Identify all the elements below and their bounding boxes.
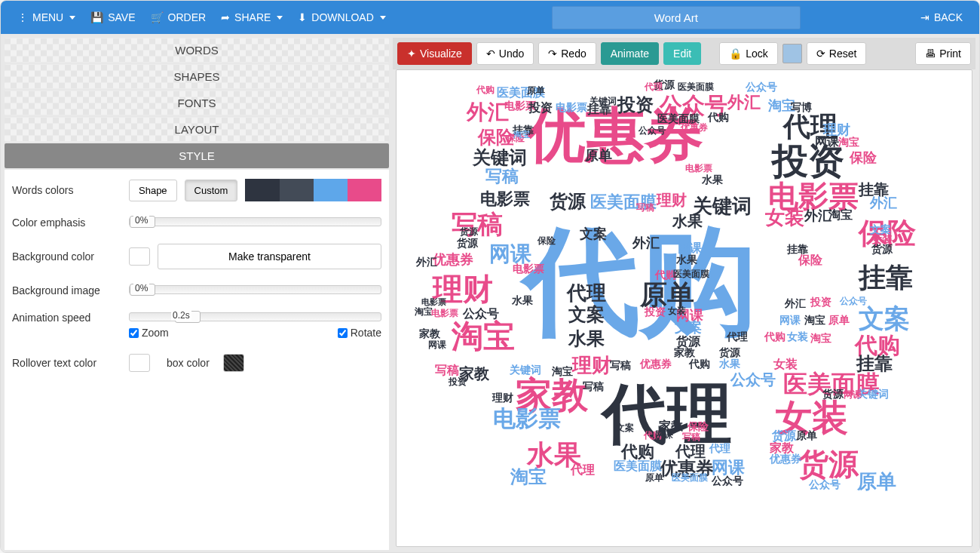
cloud-word[interactable]: 原单 (857, 472, 896, 491)
cloud-word[interactable]: 理财 (572, 355, 611, 375)
accordion-fonts[interactable]: FONTS (5, 91, 389, 115)
cloud-word[interactable]: 网课 (655, 430, 673, 439)
cloud-word[interactable]: 写稿 (610, 360, 631, 370)
cloud-word[interactable]: 投资 (772, 143, 844, 180)
bg-color-swatch[interactable] (129, 247, 150, 266)
cloud-word[interactable]: 关键词 (510, 364, 541, 375)
cloud-word[interactable]: 网课 (815, 136, 839, 148)
cloud-word[interactable]: 文案 (859, 306, 910, 331)
cloud-word[interactable]: 文案 (675, 321, 702, 334)
cloud-word[interactable]: 公众号 (746, 81, 777, 92)
cloud-word[interactable]: 外汇 (727, 94, 761, 111)
cloud-word[interactable]: 网课 (678, 242, 702, 254)
accordion-style[interactable]: STYLE (5, 143, 389, 168)
cloud-word[interactable]: 关键词 (857, 389, 889, 399)
save-button[interactable]: 💾SAVE (83, 7, 142, 28)
zoom-checkbox[interactable]: Zoom (129, 327, 169, 339)
cloud-word[interactable]: 代购 (708, 112, 729, 122)
cloud-word[interactable]: 文案 (568, 306, 605, 324)
title-input[interactable] (552, 6, 801, 29)
cloud-word[interactable]: 医美面膜 (673, 269, 709, 278)
download-button[interactable]: ⬇DOWNLOAD (290, 7, 393, 28)
cloud-word[interactable]: 水果 (719, 358, 740, 369)
cloud-word[interactable]: 挂靠 (587, 103, 611, 115)
cloud-word[interactable]: 外汇 (467, 102, 509, 123)
cloud-word[interactable]: 电影票 (421, 298, 446, 306)
cloud-word[interactable]: 货源 (550, 192, 586, 210)
accordion-shapes[interactable]: SHAPES (5, 64, 389, 89)
cloud-word[interactable]: 水果 (676, 254, 697, 265)
cloud-word[interactable]: 公众号 (639, 126, 666, 135)
cloud-word[interactable]: 淘宝 (838, 137, 859, 147)
make-transparent-button[interactable]: Make transparent (158, 244, 381, 269)
cloud-word[interactable]: 医美面膜 (672, 473, 708, 482)
cloud-word[interactable]: 淘宝 (552, 366, 573, 376)
accordion-words[interactable]: WORDS (5, 38, 389, 63)
box-color-swatch[interactable] (223, 354, 244, 372)
cloud-word[interactable]: 原单 (645, 473, 663, 482)
cloud-word[interactable]: 淘宝 (415, 307, 433, 316)
color-palette[interactable] (245, 179, 381, 201)
cloud-word[interactable]: 优惠券 (681, 123, 708, 132)
cloud-word[interactable]: 外汇 (416, 257, 437, 267)
cloud-word[interactable]: 写稿 (435, 364, 459, 376)
cloud-word[interactable]: 女装 (787, 331, 808, 342)
animate-button[interactable]: Animate (601, 42, 659, 65)
cloud-word[interactable]: 网课 (489, 244, 531, 265)
cloud-word[interactable]: 代购 (689, 358, 710, 369)
cloud-word[interactable]: 医美面膜 (614, 460, 662, 472)
custom-color-button[interactable]: Custom (185, 180, 238, 201)
cloud-word[interactable]: 家教 (419, 328, 440, 339)
cloud-word[interactable]: 网课 (844, 390, 862, 399)
cloud-word[interactable]: 淘宝 (828, 209, 853, 221)
cloud-word[interactable]: 原单 (828, 315, 850, 325)
color-emphasis-slider[interactable] (129, 217, 381, 226)
cloud-word[interactable]: 淘宝 (513, 131, 530, 139)
cloud-word[interactable]: 女装 (773, 358, 798, 370)
cloud-word[interactable]: 优惠券 (433, 253, 473, 266)
cloud-word[interactable]: 外汇 (785, 298, 806, 309)
cloud-word[interactable]: 外汇 (632, 236, 660, 250)
cloud-word[interactable]: 货源 (772, 430, 796, 442)
cloud-word[interactable]: 公众号 (712, 475, 743, 486)
cloud-word[interactable]: 保险 (537, 236, 556, 245)
cloud-word[interactable]: 货源 (798, 449, 859, 479)
cloud-word[interactable]: 电影票 (493, 407, 561, 430)
cloud-word[interactable]: 保险 (798, 254, 822, 266)
cloud-word[interactable]: 代购 (476, 85, 495, 94)
cloud-word[interactable]: 货源 (719, 347, 740, 358)
back-button[interactable]: ⇥BACK (913, 7, 970, 28)
cloud-word[interactable]: 代理 (645, 82, 663, 91)
bg-image-slider[interactable] (129, 285, 381, 294)
cloud-word[interactable]: 保险 (850, 151, 877, 164)
cloud-word[interactable]: 挂靠 (787, 244, 808, 254)
cloud-word[interactable]: 代理 (709, 443, 730, 453)
cloud-word[interactable]: 关键词 (473, 149, 527, 167)
cloud-word[interactable]: 电影票 (513, 263, 544, 274)
cloud-word[interactable]: 淘宝 (452, 321, 515, 352)
order-button[interactable]: 🛒ORDER (143, 7, 214, 28)
rotate-checkbox[interactable]: Rotate (338, 327, 381, 339)
cloud-word[interactable]: 写稿 (682, 432, 700, 441)
canvas-color-picker[interactable] (782, 44, 802, 63)
cloud-word[interactable]: 代理 (675, 444, 706, 459)
cloud-word[interactable]: 文案 (580, 227, 607, 241)
cloud-word[interactable]: 电影票 (556, 102, 587, 112)
cloud-word[interactable]: 女装 (765, 207, 804, 227)
cloud-word[interactable]: 淘宝 (810, 333, 831, 343)
animation-speed-slider[interactable] (129, 312, 381, 321)
cloud-word[interactable]: 写稿 (583, 381, 604, 392)
cloud-word[interactable]: 代购 (764, 331, 786, 342)
cloud-word[interactable]: 外汇 (804, 209, 831, 223)
cloud-word[interactable]: 原单 (796, 430, 817, 441)
cloud-word[interactable]: 投资 (645, 306, 666, 317)
cloud-word[interactable]: 外汇 (870, 196, 897, 210)
cloud-word[interactable]: 公众号 (840, 296, 867, 306)
cloud-word[interactable]: 网课 (779, 315, 801, 325)
cloud-word[interactable]: 电影票 (685, 164, 712, 173)
cloud-word[interactable]: 公众号 (730, 372, 776, 387)
undo-button[interactable]: ↶Undo (476, 42, 534, 65)
cloud-word[interactable]: 货源 (457, 238, 478, 248)
cloud-word[interactable]: 写稿 (636, 203, 654, 212)
cloud-word[interactable]: 写博 (791, 102, 812, 112)
